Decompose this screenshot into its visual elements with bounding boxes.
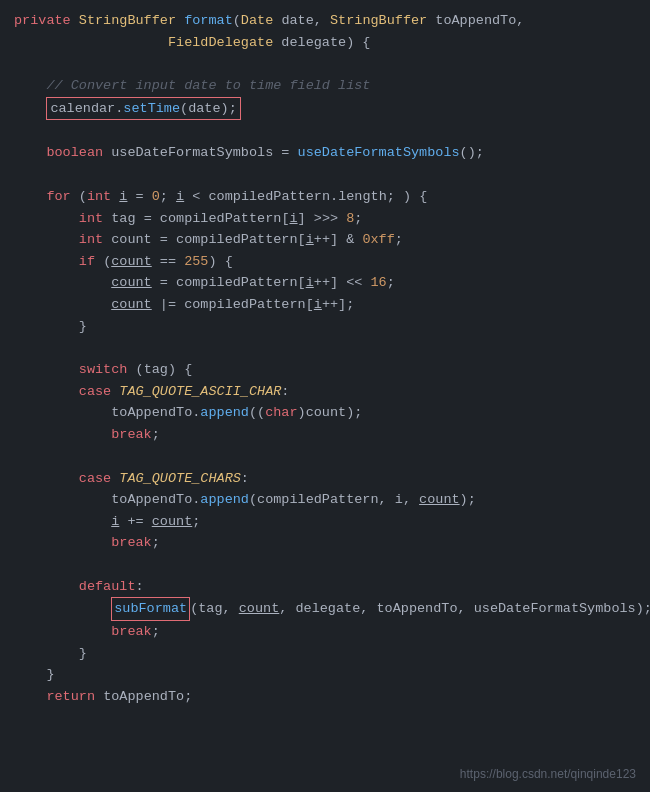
token xyxy=(14,468,79,490)
token xyxy=(14,294,111,316)
token: (compiledPattern, i, xyxy=(249,489,419,511)
token: format xyxy=(184,10,233,32)
token: : xyxy=(136,576,144,598)
token: compiledPattern xyxy=(208,186,330,208)
code-line xyxy=(14,53,636,75)
code-line: } xyxy=(14,664,636,686)
token: < xyxy=(184,186,208,208)
token: int xyxy=(79,208,111,230)
token: i xyxy=(176,186,184,208)
token: } xyxy=(14,664,55,686)
token: toAppendTo, xyxy=(435,10,524,32)
token: StringBuffer xyxy=(79,10,184,32)
token: return xyxy=(46,686,103,708)
code-line: return toAppendTo; xyxy=(14,686,636,708)
code-line: if (count == 255) { xyxy=(14,251,636,273)
code-line xyxy=(14,554,636,576)
token: (( xyxy=(249,402,265,424)
token: ) { xyxy=(208,251,232,273)
code-line xyxy=(14,337,636,359)
code-line: int count = compiledPattern[i++] & 0xff; xyxy=(14,229,636,251)
token xyxy=(14,359,79,381)
token xyxy=(14,621,111,643)
token xyxy=(14,251,79,273)
token: = xyxy=(152,272,176,294)
token: break xyxy=(111,532,152,554)
token xyxy=(14,208,79,230)
token: int xyxy=(87,186,119,208)
token: int xyxy=(79,229,111,251)
token: count xyxy=(306,402,347,424)
token: 8 xyxy=(346,208,354,230)
token: date, xyxy=(281,10,330,32)
token: } xyxy=(14,643,87,665)
code-container: private StringBuffer format(Date date, S… xyxy=(0,0,650,792)
token: == xyxy=(152,251,184,273)
token: 255 xyxy=(184,251,208,273)
token: toAppendTo xyxy=(111,402,192,424)
code-line: count |= compiledPattern[i++]; xyxy=(14,294,636,316)
code-line: switch (tag) { xyxy=(14,359,636,381)
token: FieldDelegate xyxy=(168,32,281,54)
token xyxy=(14,272,111,294)
token xyxy=(14,576,79,598)
token xyxy=(14,686,46,708)
token: boolean xyxy=(46,142,111,164)
code-line: // Convert input date to time field list xyxy=(14,75,636,97)
token: count xyxy=(111,229,152,251)
token: for xyxy=(46,186,78,208)
token xyxy=(14,229,79,251)
red-box-subformat: subFormat xyxy=(111,597,190,621)
token: ; xyxy=(152,621,160,643)
code-line: break; xyxy=(14,424,636,446)
code-line: break; xyxy=(14,532,636,554)
token: . xyxy=(330,186,338,208)
token: 0xff xyxy=(362,229,394,251)
token: 0 xyxy=(152,186,160,208)
token: StringBuffer xyxy=(330,10,435,32)
token: toAppendTo; xyxy=(103,686,192,708)
token: break xyxy=(111,621,152,643)
token: count xyxy=(111,294,152,316)
token: useDateFormatSymbols xyxy=(298,142,460,164)
code-line: count = compiledPattern[i++] << 16; xyxy=(14,272,636,294)
token: count xyxy=(111,272,152,294)
token xyxy=(14,402,111,424)
token: compiledPattern xyxy=(184,294,306,316)
token: ++] & xyxy=(314,229,363,251)
token: ; ) { xyxy=(387,186,428,208)
code-line: subFormat(tag, count, delegate, toAppend… xyxy=(14,597,636,621)
token: ( xyxy=(233,10,241,32)
token: ; xyxy=(152,532,160,554)
token xyxy=(14,381,79,403)
code-line: break; xyxy=(14,621,636,643)
token: ++] << xyxy=(314,272,371,294)
code-line: i += count; xyxy=(14,511,636,533)
token: ; xyxy=(192,511,200,533)
token: i xyxy=(306,272,314,294)
code-line: } xyxy=(14,316,636,338)
token xyxy=(14,511,111,533)
code-line: } xyxy=(14,643,636,665)
token: [ xyxy=(298,272,306,294)
code-line xyxy=(14,446,636,468)
token: = xyxy=(127,186,151,208)
token: 16 xyxy=(371,272,387,294)
token xyxy=(14,424,111,446)
token: default xyxy=(79,576,136,598)
token: case xyxy=(79,468,120,490)
token xyxy=(14,186,46,208)
token: (); xyxy=(460,142,484,164)
token: useDateFormatSymbols xyxy=(111,142,273,164)
token: . xyxy=(192,489,200,511)
token: if xyxy=(79,251,103,273)
token: delegate) { xyxy=(281,32,370,54)
token: length xyxy=(338,186,387,208)
token: [ xyxy=(306,294,314,316)
token: += xyxy=(119,511,151,533)
token: count xyxy=(111,251,152,273)
token: toAppendTo xyxy=(111,489,192,511)
token: ; xyxy=(152,424,160,446)
code-line: case TAG_QUOTE_ASCII_CHAR: xyxy=(14,381,636,403)
token xyxy=(14,32,168,54)
